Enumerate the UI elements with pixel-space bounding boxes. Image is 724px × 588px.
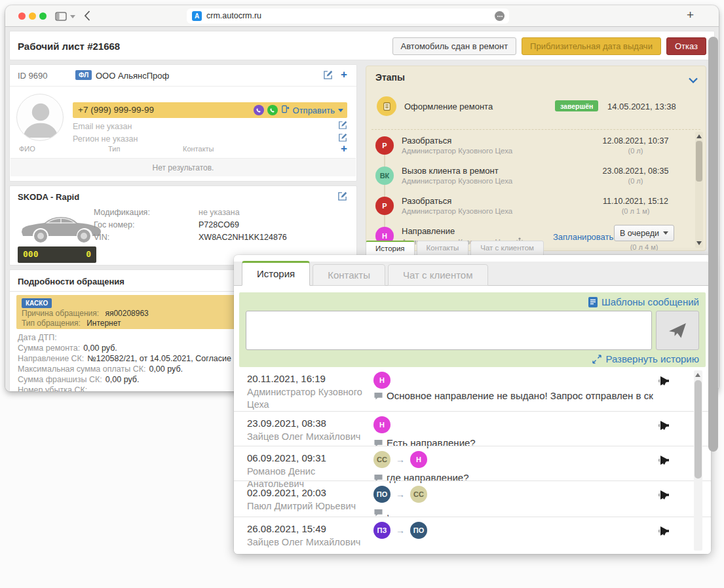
odometer: 000 0 bbox=[18, 246, 96, 263]
new-tab-button[interactable]: + bbox=[687, 8, 694, 22]
field-label: Максимальная сумма оплаты СК: bbox=[18, 364, 145, 374]
add-contact-icon[interactable]: + bbox=[341, 142, 347, 155]
schedule-link[interactable]: Запланировать bbox=[553, 232, 613, 242]
send-caret-icon[interactable] bbox=[338, 109, 343, 112]
tab-history[interactable]: История bbox=[242, 261, 310, 286]
edit-vehicle-icon[interactable] bbox=[337, 191, 347, 204]
send-link[interactable]: Отправить bbox=[293, 106, 335, 115]
kasko-badge: КАСКО bbox=[22, 298, 52, 308]
sidebar-toggle-icon[interactable] bbox=[55, 12, 67, 24]
edit-email-icon[interactable] bbox=[338, 121, 347, 132]
queue-status-button[interactable]: В очереди bbox=[614, 225, 674, 241]
whatsapp-icon[interactable] bbox=[267, 105, 278, 115]
queue-status-label: В очереди bbox=[620, 229, 659, 238]
stage-code-badge: Р bbox=[375, 197, 394, 215]
history-overlay-panel: История Контакты Чат с клиентом Шаблоны … bbox=[234, 255, 711, 554]
scrollbar-thumb[interactable] bbox=[696, 141, 702, 182]
history-message: Основное направление не выдано! Запрос о… bbox=[373, 389, 662, 402]
field-value: 0,00 руб. bbox=[149, 364, 183, 374]
send-message-button[interactable] bbox=[656, 311, 699, 350]
client-card: ID 9690 ФЛ ООО АльянсПроф + +7 (999) 999… bbox=[9, 64, 357, 182]
history-datetime: 26.08.2021, 15:49 bbox=[247, 523, 326, 534]
status-code-badge: ПО bbox=[373, 486, 391, 503]
history-datetime: 23.09.2021, 08:38 bbox=[247, 418, 326, 429]
field-value: №120582/21, от 14.05.2021, Согласие bbox=[87, 354, 231, 363]
zoom-window-button[interactable] bbox=[39, 12, 47, 20]
stage-row[interactable]: ВК Вызов клиента в ремонт Администратор … bbox=[366, 164, 693, 194]
paper-plane-icon bbox=[669, 323, 686, 338]
vehicle-title: SKODA - Rapid bbox=[18, 192, 79, 202]
stage-duration: (0 л) bbox=[597, 177, 674, 185]
field-label: Номер убытка СК: bbox=[18, 385, 87, 391]
message-composer: Шаблоны сообщений Развернуть историю bbox=[239, 292, 706, 367]
field-value: XW8AC2NH1KK124876 bbox=[199, 233, 287, 242]
client-phone: +7 (999) 999-99-99 bbox=[78, 102, 154, 118]
stages-title: Этапы bbox=[375, 72, 405, 83]
add-client-icon[interactable]: + bbox=[341, 68, 347, 81]
stages-scrollbar[interactable] bbox=[695, 132, 703, 248]
field-value: P728CO69 bbox=[199, 220, 239, 229]
stage-subtitle: Администратор Кузовного Цеха bbox=[402, 177, 512, 185]
field-value: 0,00 руб. bbox=[83, 343, 117, 353]
stage-row[interactable]: Р Разобраться Администратор Кузовного Це… bbox=[366, 194, 693, 224]
tab-contacts-small[interactable]: Контакты bbox=[417, 241, 469, 256]
back-icon[interactable] bbox=[84, 10, 90, 24]
history-author: Зайцев Олег Михайлович bbox=[247, 536, 368, 549]
sidebar-caret-icon[interactable] bbox=[70, 15, 75, 18]
tab-history-small[interactable]: История bbox=[366, 241, 415, 256]
field-value: не указана bbox=[199, 208, 240, 217]
client-email: Email не указан bbox=[73, 122, 335, 131]
collapse-stages-icon[interactable] bbox=[689, 74, 698, 86]
worksheet-header: Рабочий лист #21668 Автомобиль сдан в ре… bbox=[9, 31, 715, 60]
send-phone-icon[interactable] bbox=[281, 104, 290, 116]
megaphone-icon[interactable] bbox=[657, 455, 670, 468]
megaphone-icon[interactable] bbox=[657, 490, 670, 503]
window-scrollbar[interactable] bbox=[708, 37, 718, 452]
field-value: Интернет bbox=[86, 319, 121, 328]
stage-code-badge: Р bbox=[375, 136, 394, 155]
stage-completed-row[interactable]: Оформление ремонта завершён 14.05.2021, … bbox=[366, 88, 706, 127]
url-bar[interactable]: A crm.autocrm.ru bbox=[187, 9, 509, 24]
tab-contacts[interactable]: Контакты bbox=[313, 264, 385, 286]
edit-client-icon[interactable] bbox=[323, 70, 333, 83]
scroll-up-icon[interactable] bbox=[696, 134, 702, 138]
close-window-button[interactable] bbox=[18, 12, 26, 20]
field-label: Сумма ремонта: bbox=[18, 343, 80, 353]
history-scrollbar[interactable] bbox=[694, 370, 702, 551]
viber-icon[interactable] bbox=[254, 105, 264, 115]
message-input[interactable] bbox=[246, 311, 652, 350]
scroll-down-icon[interactable] bbox=[696, 241, 702, 245]
templates-doc-icon bbox=[588, 297, 598, 307]
stage-duration: (0 л) bbox=[597, 147, 674, 155]
expand-history-link[interactable]: Развернуть историю bbox=[592, 353, 699, 364]
megaphone-icon[interactable] bbox=[657, 526, 670, 539]
stage-datetime: 11.10.2021, 15:12 bbox=[597, 197, 674, 206]
scroll-up-icon[interactable] bbox=[695, 373, 700, 377]
no-results-text: Нет результатов. bbox=[10, 158, 356, 176]
message-templates-link[interactable]: Шаблоны сообщений bbox=[588, 296, 699, 307]
history-author: Зайцев Олег Михайлович bbox=[247, 431, 368, 443]
refuse-button[interactable]: Отказ bbox=[666, 37, 706, 55]
tabs-strip: История Контакты Чат с клиентом bbox=[234, 262, 711, 286]
minimize-window-button[interactable] bbox=[29, 12, 36, 20]
message-text: Основное направление не выдано! Запрос о… bbox=[387, 390, 653, 401]
tab-chat[interactable]: Чат с клиентом bbox=[388, 264, 488, 286]
field-label: Сумма франшизы СК: bbox=[18, 375, 102, 384]
field-label: Модификация: bbox=[94, 208, 150, 217]
page-options-icon[interactable] bbox=[495, 11, 505, 21]
stage-row[interactable]: Р Разобраться Администратор Кузовного Це… bbox=[366, 134, 693, 164]
screenshot-canvas: A crm.autocrm.ru + Рабочий лист #21668 А… bbox=[0, 0, 724, 588]
scrollbar-thumb[interactable] bbox=[695, 380, 702, 479]
field-label: VIN: bbox=[94, 233, 109, 242]
tab-chat-small[interactable]: Чат с клиентом bbox=[470, 241, 544, 256]
megaphone-icon[interactable] bbox=[657, 376, 670, 389]
car-in-repair-button[interactable]: Автомобиль сдан в ремонт bbox=[392, 37, 517, 55]
stage-datetime: 12.08.2021, 10:37 bbox=[597, 136, 674, 146]
approx-issue-date-button[interactable]: Приблизительная дата выдачи bbox=[522, 37, 661, 55]
odometer-value: 000 bbox=[23, 249, 38, 259]
stage-datetime: 23.08.2021, 08:35 bbox=[597, 167, 674, 176]
repair-doc-icon bbox=[377, 96, 396, 116]
history-datetime: 06.09.2021, 09:31 bbox=[247, 452, 326, 463]
history-datetime: 02.09.2021, 20:03 bbox=[247, 487, 326, 498]
megaphone-icon[interactable] bbox=[657, 420, 670, 433]
